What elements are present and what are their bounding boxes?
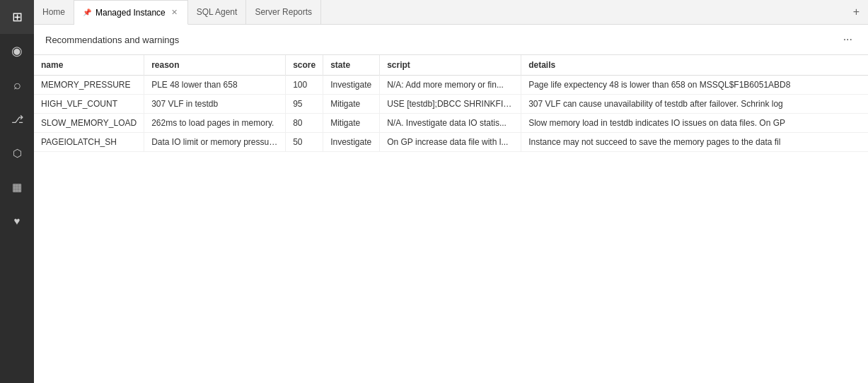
sidebar-item-connections[interactable]: ◉ bbox=[0, 34, 34, 68]
recommendations-table-wrapper: name reason score state script details M… bbox=[34, 55, 868, 383]
main-area: Home 📌 Managed Instance ✕ SQL Agent Serv… bbox=[34, 0, 868, 383]
tab-sql-agent-label: SQL Agent bbox=[197, 7, 238, 17]
table-row[interactable]: MEMORY_PRESSUREPLE 48 lower than 658100I… bbox=[34, 76, 868, 95]
cell-script: N/A: Add more memory or fin... bbox=[380, 76, 521, 95]
cell-reason: 262ms to load pages in memory. bbox=[144, 114, 286, 133]
col-header-details: details bbox=[521, 55, 868, 76]
activity-bar: ⊞ ◉ ⌕ ⎇ ⬡ ▦ ♥ bbox=[0, 0, 34, 383]
tab-sql-agent[interactable]: SQL Agent bbox=[188, 0, 247, 25]
table-row[interactable]: SLOW_MEMORY_LOAD262ms to load pages in m… bbox=[34, 114, 868, 133]
cell-name: PAGEIOLATCH_SH bbox=[34, 133, 144, 152]
git-icon: ⎇ bbox=[11, 114, 23, 124]
col-header-reason: reason bbox=[144, 55, 286, 76]
cell-name: SLOW_MEMORY_LOAD bbox=[34, 114, 144, 133]
monitor-icon: ♥ bbox=[14, 216, 21, 226]
search-icon: ⌕ bbox=[13, 78, 21, 91]
cell-details: Slow memory load in testdb indicates IO … bbox=[521, 114, 868, 133]
tab-managed-instance-label: Managed Instance bbox=[96, 8, 166, 18]
cell-score: 100 bbox=[286, 76, 323, 95]
more-button[interactable]: ··· bbox=[839, 32, 857, 47]
cell-reason: Data IO limit or memory pressure. bbox=[144, 133, 286, 152]
table-row[interactable]: PAGEIOLATCH_SHData IO limit or memory pr… bbox=[34, 133, 868, 152]
sidebar-item-git[interactable]: ⎇ bbox=[0, 102, 34, 136]
table-header: name reason score state script details bbox=[34, 55, 868, 76]
tab-server-reports[interactable]: Server Reports bbox=[246, 0, 321, 25]
tab-server-reports-label: Server Reports bbox=[255, 7, 312, 17]
dashboard-icon: ▦ bbox=[12, 182, 22, 192]
col-header-name: name bbox=[34, 55, 144, 76]
col-header-score: score bbox=[286, 55, 323, 76]
pin-icon: 📌 bbox=[83, 8, 91, 16]
cell-script: N/A. Investigate data IO statis... bbox=[380, 114, 521, 133]
col-header-state: state bbox=[323, 55, 380, 76]
cell-details: Instance may not succeed to save the mem… bbox=[521, 133, 868, 152]
cell-score: 80 bbox=[286, 114, 323, 133]
cell-score: 50 bbox=[286, 133, 323, 152]
sidebar-item-dashboard[interactable]: ▦ bbox=[0, 170, 34, 204]
tab-bar: Home 📌 Managed Instance ✕ SQL Agent Serv… bbox=[34, 0, 868, 25]
sidebar-item-home[interactable]: ⊞ bbox=[0, 0, 34, 34]
recommendations-table: name reason score state script details M… bbox=[34, 55, 868, 152]
tab-managed-instance-close[interactable]: ✕ bbox=[170, 7, 179, 18]
cell-details: 307 VLF can cause unavailability of test… bbox=[521, 95, 868, 114]
sidebar-item-servers[interactable]: ⬡ bbox=[0, 136, 34, 170]
cell-name: MEMORY_PRESSURE bbox=[34, 76, 144, 95]
home-icon: ⊞ bbox=[12, 11, 23, 23]
table-row[interactable]: HIGH_VLF_COUNT307 VLF in testdb95Mitigat… bbox=[34, 95, 868, 114]
cell-state: Investigate bbox=[323, 133, 380, 152]
cell-reason: PLE 48 lower than 658 bbox=[144, 76, 286, 95]
table-body: MEMORY_PRESSUREPLE 48 lower than 658100I… bbox=[34, 76, 868, 152]
col-header-script: script bbox=[380, 55, 521, 76]
cell-reason: 307 VLF in testdb bbox=[144, 95, 286, 114]
tab-home-label: Home bbox=[42, 7, 65, 17]
tab-managed-instance[interactable]: 📌 Managed Instance ✕ bbox=[74, 0, 188, 25]
tab-home[interactable]: Home bbox=[34, 0, 74, 25]
sidebar-item-search[interactable]: ⌕ bbox=[0, 68, 34, 102]
cell-state: Investigate bbox=[323, 76, 380, 95]
section-header: Recommendations and warnings ··· bbox=[34, 25, 868, 55]
cell-name: HIGH_VLF_COUNT bbox=[34, 95, 144, 114]
cell-details: Page life expectency 48 is lower than 65… bbox=[521, 76, 868, 95]
sidebar-item-monitor[interactable]: ♥ bbox=[0, 204, 34, 237]
cell-score: 95 bbox=[286, 95, 323, 114]
cell-state: Mitigate bbox=[323, 114, 380, 133]
cell-state: Mitigate bbox=[323, 95, 380, 114]
content-area: Recommendations and warnings ··· name re… bbox=[34, 25, 868, 383]
servers-icon: ⬡ bbox=[13, 148, 22, 158]
add-tab-button[interactable]: + bbox=[845, 0, 868, 25]
connections-icon: ◉ bbox=[11, 45, 23, 57]
cell-script: On GP increase data file with l... bbox=[380, 133, 521, 152]
cell-script: USE [testdb];DBCC SHRINKFIL... bbox=[380, 95, 521, 114]
section-title: Recommendations and warnings bbox=[45, 35, 179, 45]
